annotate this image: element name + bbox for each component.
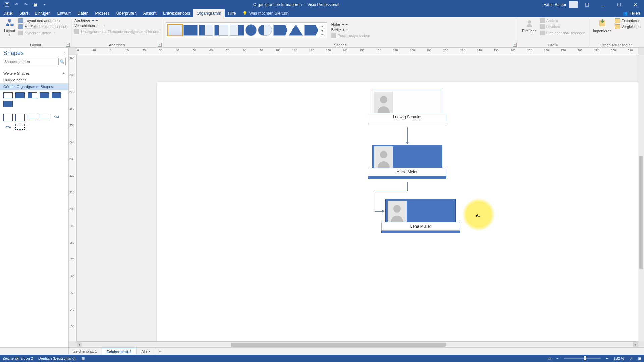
page-tab-all[interactable]: Alle xyxy=(137,348,155,355)
width-decrease-button[interactable]: − xyxy=(346,28,348,32)
height-increase-button[interactable]: + xyxy=(342,22,344,26)
add-page-button[interactable]: ＋ xyxy=(155,348,165,355)
scroll-right-button[interactable]: ▸ xyxy=(633,342,638,347)
shapes-dialog-launcher[interactable]: ↘ xyxy=(513,43,517,47)
stencil-shape[interactable] xyxy=(40,92,49,98)
tab-start[interactable]: Start xyxy=(16,9,31,17)
arrange-dialog-launcher[interactable]: ↘ xyxy=(158,43,162,47)
shape-style-9[interactable] xyxy=(289,25,303,36)
shape-style-6[interactable] xyxy=(245,24,257,36)
status-page[interactable]: Zeichenbl. 2 von 2 xyxy=(3,356,33,360)
height-decrease-button[interactable]: − xyxy=(346,22,348,26)
org-node-anna[interactable]: Anna Meier xyxy=(372,145,442,179)
shape-style-1[interactable] xyxy=(168,25,182,36)
presentation-mode-button[interactable]: ▭ xyxy=(548,356,551,361)
tab-datei[interactable]: Datei xyxy=(0,9,16,17)
zoom-slider[interactable] xyxy=(564,358,601,359)
horizontal-scrollbar[interactable]: ◂ ▸ xyxy=(77,341,638,347)
org-node-lena[interactable]: Lena Müller xyxy=(385,199,456,233)
stencil-shape[interactable] xyxy=(3,101,13,107)
stencil-shape[interactable]: XYZ xyxy=(3,124,13,130)
qat-customize-button[interactable]: ▾ xyxy=(40,0,49,9)
maximize-button[interactable] xyxy=(612,0,626,9)
fit-to-page-button[interactable]: An Zeichenblatt anpassen xyxy=(18,24,68,29)
spacing-decrease-button[interactable]: − xyxy=(96,18,98,22)
more-shapes-link[interactable]: Weitere Shapes xyxy=(0,70,68,77)
ruler-horizontal[interactable]: -20-100102030405060708090100110120130140… xyxy=(77,48,638,55)
zoom-in-button[interactable]: + xyxy=(606,356,608,360)
stencil-shape[interactable] xyxy=(3,114,13,121)
tab-einfuegen[interactable]: Einfügen xyxy=(31,9,54,17)
spacing-control[interactable]: Abstände + − xyxy=(74,18,160,23)
drawing-page[interactable]: Ludwig Schmidt Anna Meier xyxy=(157,82,638,341)
width-increase-button[interactable]: + xyxy=(343,28,345,32)
tell-me-search[interactable]: 💡 Was möchten Sie tun? xyxy=(239,9,292,17)
stencil-shape[interactable] xyxy=(3,92,13,98)
stencil-shape[interactable] xyxy=(28,114,37,118)
page-tab-1[interactable]: Zeichenblatt-1 xyxy=(69,348,102,355)
collapse-pane-button[interactable]: ‹ xyxy=(64,51,65,56)
save-button[interactable] xyxy=(3,0,11,9)
connector[interactable] xyxy=(375,191,375,211)
insert-picture-button[interactable]: Einfügen xyxy=(521,18,538,34)
tab-entwurf[interactable]: Entwurf xyxy=(54,9,74,17)
close-button[interactable] xyxy=(629,0,642,9)
connector[interactable] xyxy=(375,211,383,212)
layout-button[interactable]: Layout ▾ xyxy=(3,18,16,37)
drawing-canvas[interactable]: Ludwig Schmidt Anna Meier xyxy=(77,55,638,341)
quick-shapes-link[interactable]: Quick-Shapes xyxy=(0,77,68,83)
stencil-shape[interactable] xyxy=(28,124,28,131)
compare-button[interactable]: Vergleichen xyxy=(614,24,642,29)
tab-entwicklertools[interactable]: Entwicklertools xyxy=(160,9,193,17)
page-tab-2[interactable]: Zeichenblatt-2 xyxy=(102,348,137,355)
zoom-level[interactable]: 132 % xyxy=(614,356,624,360)
stencil-shape[interactable] xyxy=(15,114,25,121)
connector[interactable] xyxy=(407,182,408,191)
macro-recorder-button[interactable]: ▦ xyxy=(81,356,85,361)
undo-button[interactable]: ↶ xyxy=(12,0,21,9)
shape-style-4[interactable] xyxy=(214,25,228,36)
import-button[interactable]: Importieren xyxy=(592,18,613,34)
stencil-shape[interactable] xyxy=(28,92,37,98)
zoom-out-button[interactable]: − xyxy=(556,356,558,360)
status-language[interactable]: Deutsch (Deutschland) xyxy=(38,356,76,360)
gallery-more-button[interactable]: ▴▾≡ xyxy=(320,24,325,36)
stencil-guertel-organigramm[interactable]: Gürtel - Organigramm-Shapes xyxy=(0,83,68,90)
stencil-shape[interactable] xyxy=(52,92,61,98)
scroll-thumb[interactable] xyxy=(231,343,446,347)
shape-style-8[interactable] xyxy=(273,25,287,36)
scroll-thumb[interactable] xyxy=(639,156,643,269)
full-screen-button[interactable]: ▣ xyxy=(638,356,641,361)
ribbon-display-options-button[interactable] xyxy=(580,0,594,9)
export-button[interactable]: Exportieren xyxy=(614,18,642,23)
shapes-search-input[interactable] xyxy=(3,58,57,65)
tab-organigramm[interactable]: Organigramm xyxy=(193,9,224,17)
stencil-shape[interactable] xyxy=(15,92,25,98)
shape-style-5[interactable] xyxy=(230,25,244,36)
tab-prozess[interactable]: Prozess xyxy=(92,9,113,17)
redo-button[interactable]: ↷ xyxy=(21,0,30,9)
vertical-scrollbar[interactable] xyxy=(638,55,644,341)
move-control[interactable]: Verschieben ← → xyxy=(74,23,160,28)
print-button[interactable] xyxy=(31,0,40,9)
layout-dialog-launcher[interactable]: ↘ xyxy=(66,43,70,47)
shapes-search-button[interactable]: 🔍 xyxy=(58,58,66,65)
zoom-slider-thumb[interactable] xyxy=(584,356,586,360)
minimize-button[interactable] xyxy=(596,0,610,9)
scroll-left-button[interactable]: ◂ xyxy=(77,342,82,347)
shape-style-2[interactable] xyxy=(183,25,198,36)
stencil-shape[interactable] xyxy=(15,124,25,130)
account-avatar[interactable] xyxy=(569,1,578,8)
move-left-button[interactable]: ← xyxy=(97,24,100,28)
shape-style-10[interactable] xyxy=(304,25,318,36)
tab-hilfe[interactable]: Hilfe xyxy=(225,9,239,17)
share-button[interactable]: 👥 Teilen xyxy=(619,9,644,17)
shape-style-gallery[interactable]: ▴▾≡ xyxy=(166,22,327,38)
spacing-increase-button[interactable]: + xyxy=(92,18,94,22)
move-right-button[interactable]: → xyxy=(102,24,106,28)
connector[interactable] xyxy=(407,127,408,143)
account-name[interactable]: Fabio Basler xyxy=(544,2,566,7)
height-control[interactable]: Höhe+− xyxy=(331,22,371,27)
connector[interactable] xyxy=(375,191,408,191)
ruler-vertical[interactable]: 2902802702602502402302202102001901801701… xyxy=(69,55,77,341)
